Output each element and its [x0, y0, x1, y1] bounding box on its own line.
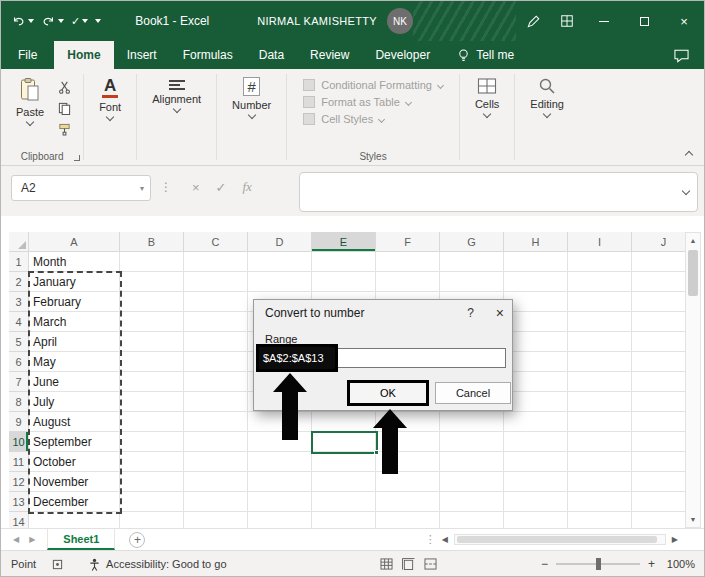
- cell-I2[interactable]: [568, 272, 632, 292]
- cell-E13[interactable]: [312, 492, 376, 512]
- redo-button[interactable]: [41, 10, 64, 32]
- minimize-button[interactable]: [584, 1, 624, 41]
- paste-button[interactable]: Paste: [7, 74, 53, 128]
- tab-formulas[interactable]: Formulas: [170, 41, 246, 69]
- cell-C13[interactable]: [184, 492, 248, 512]
- conditional-formatting-button[interactable]: Conditional Formatting: [303, 79, 443, 91]
- cell-F14[interactable]: [376, 512, 440, 528]
- row-header-8[interactable]: 8: [9, 392, 29, 412]
- cell-H2[interactable]: [504, 272, 568, 292]
- check-dropdown-icon[interactable]: [82, 19, 88, 23]
- cell-H1[interactable]: [504, 252, 568, 272]
- row-header-6[interactable]: 6: [9, 352, 29, 372]
- row-header-5[interactable]: 5: [9, 332, 29, 352]
- cancel-entry-icon[interactable]: ×: [192, 180, 200, 195]
- cell-I10[interactable]: [568, 432, 632, 452]
- tell-me-box[interactable]: Tell me: [457, 41, 514, 69]
- cell-A7[interactable]: June: [29, 372, 120, 392]
- cell-I4[interactable]: [568, 312, 632, 332]
- undo-dropdown-icon[interactable]: [28, 19, 34, 23]
- cell-H4[interactable]: [504, 312, 568, 332]
- zoom-level[interactable]: 100%: [663, 558, 695, 570]
- avatar[interactable]: NK: [387, 8, 413, 34]
- cell-G10[interactable]: [440, 432, 504, 452]
- cell-A12[interactable]: November: [29, 472, 120, 492]
- cell-E14[interactable]: [312, 512, 376, 528]
- cell-H10[interactable]: [504, 432, 568, 452]
- horizontal-scrollbar-thumb[interactable]: [457, 536, 657, 543]
- cell-C14[interactable]: [184, 512, 248, 528]
- row-header-9[interactable]: 9: [9, 412, 29, 432]
- cell-C2[interactable]: [184, 272, 248, 292]
- cell-A13[interactable]: December: [29, 492, 120, 512]
- formula-input[interactable]: [299, 172, 698, 212]
- cell-G1[interactable]: [440, 252, 504, 272]
- tab-review[interactable]: Review: [297, 41, 362, 69]
- cell-H6[interactable]: [504, 352, 568, 372]
- cell-D11[interactable]: [248, 452, 312, 472]
- name-box-dropdown-icon[interactable]: ▾: [140, 184, 144, 193]
- cell-H13[interactable]: [504, 492, 568, 512]
- cell-A1[interactable]: Month: [29, 252, 120, 272]
- clipboard-dialog-launcher-icon[interactable]: [74, 155, 80, 161]
- cell-C4[interactable]: [184, 312, 248, 332]
- tab-home[interactable]: Home: [54, 41, 113, 69]
- zoom-in-button[interactable]: +: [648, 557, 655, 571]
- row-header-10[interactable]: 10: [9, 432, 29, 452]
- cell-C10[interactable]: [184, 432, 248, 452]
- cell-B1[interactable]: [120, 252, 184, 272]
- cell-G14[interactable]: [440, 512, 504, 528]
- sharing-grid-button[interactable]: [550, 1, 584, 41]
- cell-E2[interactable]: [312, 272, 376, 292]
- comments-button[interactable]: [673, 41, 704, 69]
- chevron-down-icon[interactable]: [26, 118, 34, 126]
- scroll-up-icon[interactable]: ▲: [686, 233, 700, 248]
- cell-F12[interactable]: [376, 472, 440, 492]
- scroll-left-icon[interactable]: ◀: [442, 535, 448, 544]
- cell-B2[interactable]: [120, 272, 184, 292]
- cell-A10[interactable]: September: [29, 432, 120, 452]
- confirm-entry-icon[interactable]: ✓: [216, 180, 227, 195]
- cell-C8[interactable]: [184, 392, 248, 412]
- cell-C5[interactable]: [184, 332, 248, 352]
- cell-I14[interactable]: [568, 512, 632, 528]
- dialog-close-button[interactable]: ×: [496, 305, 504, 321]
- cell-I8[interactable]: [568, 392, 632, 412]
- cell-B10[interactable]: [120, 432, 184, 452]
- cell-I6[interactable]: [568, 352, 632, 372]
- formula-bar-expand-icon[interactable]: [682, 187, 690, 195]
- redo-dropdown-icon[interactable]: [58, 19, 64, 23]
- column-header-A[interactable]: A: [29, 232, 120, 252]
- column-header-H[interactable]: H: [504, 232, 568, 252]
- format-painter-button[interactable]: [55, 122, 73, 136]
- tab-splitter-icon[interactable]: ⋮: [425, 533, 436, 546]
- cell-C1[interactable]: [184, 252, 248, 272]
- format-as-table-button[interactable]: Format as Table: [303, 96, 443, 108]
- tab-file[interactable]: File: [1, 41, 54, 69]
- cell-G13[interactable]: [440, 492, 504, 512]
- cell-B9[interactable]: [120, 412, 184, 432]
- cell-I5[interactable]: [568, 332, 632, 352]
- close-button[interactable]: ×: [664, 1, 704, 41]
- column-header-D[interactable]: D: [248, 232, 312, 252]
- cell-I1[interactable]: [568, 252, 632, 272]
- page-break-view-icon[interactable]: [424, 558, 437, 570]
- ok-button[interactable]: OK: [347, 380, 429, 406]
- cell-A5[interactable]: April: [29, 332, 120, 352]
- cell-A3[interactable]: February: [29, 292, 120, 312]
- cell-A14[interactable]: [29, 512, 120, 528]
- qat-check-button[interactable]: ✓: [71, 10, 88, 32]
- zoom-out-button[interactable]: −: [541, 557, 548, 571]
- tab-insert[interactable]: Insert: [114, 41, 170, 69]
- cell-C7[interactable]: [184, 372, 248, 392]
- name-box[interactable]: A2 ▾: [11, 175, 151, 201]
- cell-A8[interactable]: July: [29, 392, 120, 412]
- cell-B3[interactable]: [120, 292, 184, 312]
- row-header-2[interactable]: 2: [9, 272, 29, 292]
- cell-H3[interactable]: [504, 292, 568, 312]
- row-header-7[interactable]: 7: [9, 372, 29, 392]
- cell-A11[interactable]: October: [29, 452, 120, 472]
- editing-menu-button[interactable]: Editing: [521, 74, 573, 120]
- pen-button[interactable]: [516, 1, 550, 41]
- cell-B11[interactable]: [120, 452, 184, 472]
